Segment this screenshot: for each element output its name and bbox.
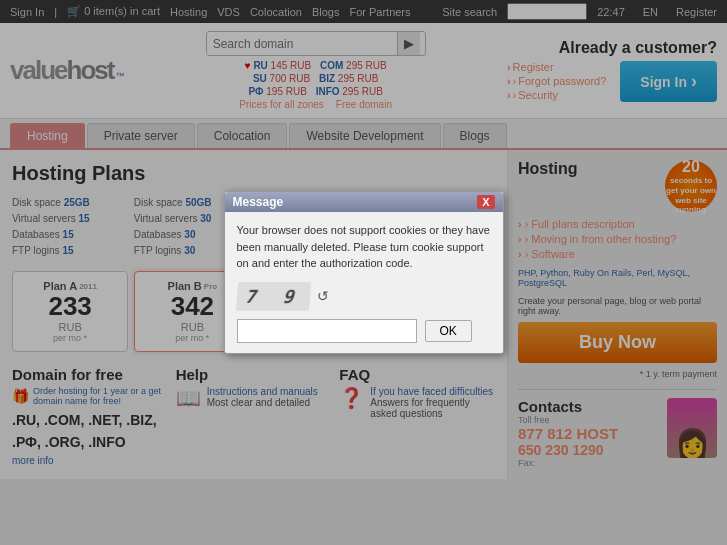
message-modal: Message X Your browser does not support … <box>224 191 504 354</box>
captcha-input-row: OK <box>237 319 491 343</box>
modal-body: Your browser does not support cookies or… <box>225 212 503 353</box>
ok-button[interactable]: OK <box>425 320 472 342</box>
modal-message-text: Your browser does not support cookies or… <box>237 222 491 272</box>
modal-title: Message <box>233 195 284 209</box>
modal-close-button[interactable]: X <box>477 195 494 209</box>
modal-header: Message X <box>225 192 503 212</box>
captcha-refresh-button[interactable]: ↺ <box>317 288 329 304</box>
captcha-input[interactable] <box>237 319 417 343</box>
captcha-display: 7 9 <box>235 282 310 311</box>
captcha-row: 7 9 ↺ <box>237 282 491 311</box>
modal-overlay[interactable]: Message X Your browser does not support … <box>0 0 727 545</box>
